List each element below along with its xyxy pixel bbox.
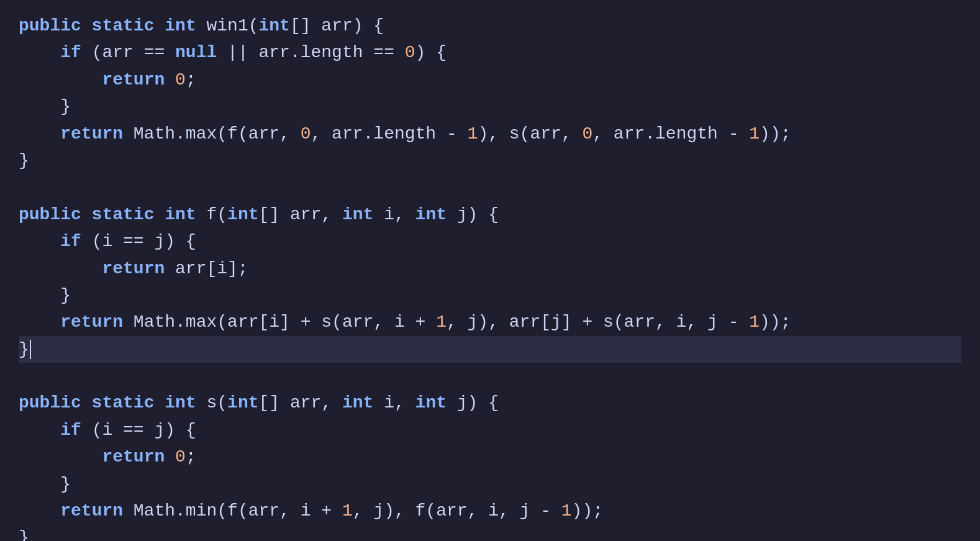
code-line: if (i == j) {	[19, 228, 961, 255]
code-line: return 0;	[19, 66, 961, 93]
code-line	[19, 174, 961, 201]
code-line: return Math.max(arr[i] + s(arr, i + 1, j…	[19, 309, 961, 335]
code-line: return Math.max(f(arr, 0, arr.length - 1…	[19, 120, 961, 147]
code-line: if (arr == null || arr.length == 0) {	[19, 39, 961, 66]
code-line: return 0;	[19, 443, 961, 470]
code-line: public static int s(int[] arr, int i, in…	[19, 389, 961, 416]
code-line: if (i == j) {	[19, 417, 961, 443]
code-line: return Math.min(f(arr, i + 1, j), f(arr,…	[19, 498, 961, 524]
code-line: public static int f(int[] arr, int i, in…	[19, 201, 961, 228]
code-line: public static int win1(int[] arr) {	[19, 12, 961, 39]
code-line: }	[19, 93, 961, 120]
code-line: }	[19, 282, 961, 309]
code-line: }	[19, 147, 961, 174]
code-editor: public static int win1(int[] arr) { if (…	[0, 0, 980, 541]
code-line: }	[19, 336, 961, 363]
code-line	[19, 363, 961, 389]
code-line: }	[19, 524, 961, 541]
code-line: return arr[i];	[19, 255, 961, 282]
code-line: }	[19, 471, 961, 498]
